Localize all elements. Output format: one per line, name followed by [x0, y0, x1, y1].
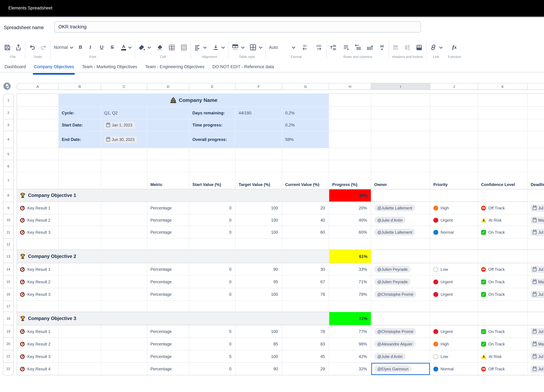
cell-C4[interactable]: Jun 30, 2023	[101, 131, 148, 148]
cell-I5[interactable]	[371, 148, 430, 160]
column-header-g[interactable]: G	[282, 83, 329, 90]
cell-L1[interactable]	[528, 94, 544, 107]
header-column-button[interactable]	[404, 44, 411, 51]
cell-H20[interactable]: 98%	[329, 338, 371, 350]
cell-B21[interactable]	[59, 350, 101, 363]
cell-H14[interactable]: 33%	[329, 263, 371, 276]
cell-J11[interactable]: Normal	[430, 226, 478, 239]
cell-L13[interactable]	[528, 250, 544, 263]
cell-J12[interactable]	[430, 239, 478, 250]
cell-J16[interactable]: Urgent	[430, 288, 478, 301]
row-header-8[interactable]: 8	[3, 189, 14, 202]
cell-J18[interactable]	[430, 312, 478, 325]
cell-K16[interactable]: ✓On Track	[478, 288, 528, 301]
undo-button[interactable]	[28, 44, 36, 51]
cell-B17[interactable]	[59, 301, 101, 312]
tab-company-objectives[interactable]: Company Objectives	[33, 63, 75, 73]
row-header-22[interactable]: 22	[3, 363, 14, 375]
cell-B14[interactable]	[59, 263, 101, 276]
cell-C10[interactable]	[101, 214, 148, 226]
cell-K11[interactable]: ✓On Track	[478, 226, 528, 239]
cell-E11[interactable]: 0	[189, 226, 236, 239]
cell-H15[interactable]: 71%	[329, 276, 371, 288]
cell-I2[interactable]	[371, 107, 430, 119]
column-header-b[interactable]: B	[59, 83, 101, 90]
cell-F10[interactable]: 100	[236, 214, 282, 226]
cell-F16[interactable]: 100	[236, 288, 282, 301]
cell-A20[interactable]: Key Result 2	[17, 338, 59, 350]
cell-F14[interactable]: 90	[236, 263, 282, 276]
cell-K10[interactable]: At Risk	[478, 214, 528, 226]
date-chip[interactable]: Jun 30, 2023	[104, 136, 137, 143]
cell-F3[interactable]	[236, 119, 282, 131]
cell-G21[interactable]: 45	[282, 350, 329, 363]
cell-G16[interactable]: 78	[282, 288, 329, 301]
underline-button[interactable]: U	[100, 45, 105, 50]
cell-G7[interactable]: Current Value (%)	[282, 172, 329, 189]
cell-C16[interactable]	[101, 288, 148, 301]
cell-A12[interactable]	[17, 239, 59, 250]
cell-H1[interactable]	[329, 94, 371, 107]
cell-I16[interactable]: @Christophe Promé	[371, 288, 430, 301]
cell-H8[interactable]: 40%	[329, 189, 371, 202]
date-chip[interactable]: Jul 27, 2023	[531, 365, 544, 372]
spreadsheet-name-input[interactable]	[54, 21, 421, 33]
merge-cells-button[interactable]	[168, 44, 175, 51]
export-button[interactable]	[15, 44, 22, 51]
cell-F12[interactable]	[236, 239, 282, 250]
cell-D17[interactable]	[147, 301, 189, 312]
cell-K22[interactable]: Off Track	[478, 363, 528, 375]
delete-row-button[interactable]	[342, 44, 349, 51]
cell-borders-button[interactable]	[180, 44, 188, 51]
cell-C20[interactable]	[101, 338, 148, 350]
cell-G17[interactable]	[282, 301, 329, 312]
cell-A17[interactable]	[17, 301, 59, 312]
cell-D21[interactable]: Percentage	[147, 350, 189, 363]
cell-H16[interactable]: 78%	[329, 288, 371, 301]
cell-L22[interactable]: Jul 27, 2023	[528, 363, 544, 375]
cell-B20[interactable]	[59, 338, 101, 350]
cell-C5[interactable]	[101, 148, 148, 160]
cell-C17[interactable]	[101, 301, 148, 312]
cell-H5[interactable]	[329, 148, 371, 160]
table-header-style-button[interactable]	[231, 44, 245, 51]
cell-E4[interactable]: Overall progress:	[189, 131, 236, 148]
cell-H21[interactable]: 42%	[329, 350, 371, 363]
row-header-20[interactable]: 20	[3, 338, 14, 350]
owner-chip[interactable]: @Julien Peyrade	[374, 266, 411, 273]
footer-row-button[interactable]	[416, 44, 423, 51]
cell-B2[interactable]: Cycle:	[59, 107, 101, 119]
cell-I3[interactable]	[371, 119, 430, 131]
cell-A9[interactable]: Key Result 1	[17, 202, 59, 214]
cell-B15[interactable]	[59, 276, 101, 288]
cell-K2[interactable]	[478, 107, 528, 119]
cell-J22[interactable]: Normal	[430, 363, 478, 375]
cell-B4[interactable]: End Date:	[59, 131, 101, 148]
cell-L9[interactable]: Jul 31, 2023	[528, 202, 544, 214]
vertical-align-button[interactable]	[212, 44, 225, 51]
cell-J4[interactable]	[430, 131, 478, 148]
row-header-10[interactable]: 10	[3, 214, 14, 226]
cell-D3[interactable]	[147, 119, 189, 131]
clear-formatting-button[interactable]	[156, 44, 163, 51]
cell-L16[interactable]: Jul 27, 2023	[528, 288, 544, 301]
cell-H12[interactable]	[329, 239, 371, 250]
cell-B7[interactable]	[59, 172, 101, 189]
cell-J14[interactable]: Low	[430, 263, 478, 276]
cell-J20[interactable]: High	[430, 338, 478, 350]
cell-A11[interactable]: Key Result 3	[17, 226, 59, 239]
table-grid-style-button[interactable]	[249, 44, 263, 51]
cell-D10[interactable]: Percentage	[147, 214, 189, 226]
cell-F5[interactable]	[236, 148, 282, 160]
cell-L8[interactable]	[528, 189, 544, 202]
cell-G12[interactable]	[282, 239, 329, 250]
owner-chip[interactable]: @Julie d'Antin	[374, 353, 406, 360]
row-header-7[interactable]: 7	[3, 172, 14, 189]
cell-C11[interactable]	[101, 226, 148, 239]
row-header-19[interactable]: 19	[3, 325, 14, 338]
cell-D9[interactable]: Percentage	[147, 202, 189, 214]
cell-K3[interactable]	[478, 119, 528, 131]
cell-A8[interactable]: Company Objective 1	[17, 189, 329, 202]
cell-C7[interactable]	[101, 172, 148, 189]
cell-E3[interactable]: Time progress:	[189, 119, 236, 131]
